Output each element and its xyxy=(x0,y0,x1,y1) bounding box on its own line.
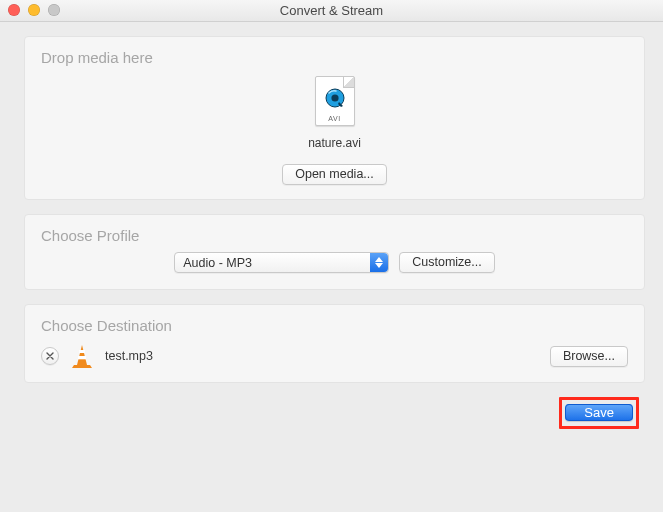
svg-point-2 xyxy=(331,94,338,101)
choose-destination-title: Choose Destination xyxy=(41,317,628,334)
zoom-window-button[interactable] xyxy=(48,4,60,16)
save-button-highlight: Save xyxy=(559,397,639,429)
drop-media-title: Drop media here xyxy=(41,49,628,66)
choose-destination-panel: Choose Destination test.mp3 Brows xyxy=(24,304,645,383)
choose-profile-title: Choose Profile xyxy=(41,227,628,244)
window-body: Drop media here AVI nature.avi Open medi… xyxy=(0,22,663,435)
remove-destination-button[interactable] xyxy=(41,347,59,365)
x-icon xyxy=(46,351,54,362)
vlc-cone-icon xyxy=(71,344,93,368)
quicktime-icon xyxy=(324,87,346,112)
titlebar: Convert & Stream xyxy=(0,0,663,22)
profile-selected-value: Audio - MP3 xyxy=(183,256,252,270)
drop-area[interactable]: AVI nature.avi Open media... xyxy=(41,76,628,185)
save-button[interactable]: Save xyxy=(565,404,633,421)
profile-select[interactable]: Audio - MP3 xyxy=(174,252,389,273)
media-file-icon: AVI xyxy=(315,76,355,126)
destination-filename: test.mp3 xyxy=(105,349,153,363)
svg-rect-3 xyxy=(79,350,85,353)
minimize-window-button[interactable] xyxy=(28,4,40,16)
window-controls xyxy=(8,4,60,16)
dialog-footer: Save xyxy=(24,397,645,429)
open-media-button[interactable]: Open media... xyxy=(282,164,387,185)
choose-profile-panel: Choose Profile Audio - MP3 Customize... xyxy=(24,214,645,290)
browse-destination-button[interactable]: Browse... xyxy=(550,346,628,367)
close-window-button[interactable] xyxy=(8,4,20,16)
svg-rect-4 xyxy=(78,356,86,359)
customize-profile-button[interactable]: Customize... xyxy=(399,252,494,273)
file-type-badge: AVI xyxy=(316,115,354,122)
drop-media-panel: Drop media here AVI nature.avi Open medi… xyxy=(24,36,645,200)
up-down-chevrons-icon xyxy=(370,253,388,272)
media-filename: nature.avi xyxy=(41,136,628,150)
window-title: Convert & Stream xyxy=(280,3,383,18)
